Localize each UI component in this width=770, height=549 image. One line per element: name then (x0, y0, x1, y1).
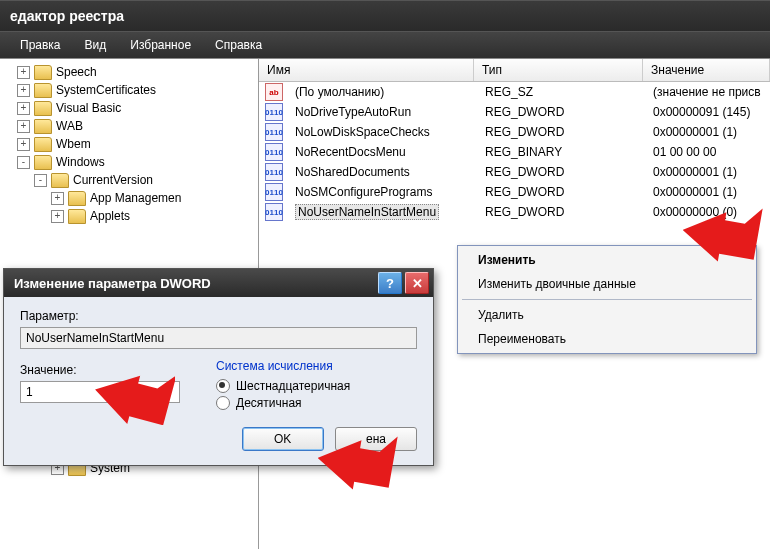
tree-item[interactable]: +Visual Basic (0, 99, 258, 117)
param-label: Параметр: (20, 309, 417, 323)
dialog-titlebar[interactable]: Изменение параметра DWORD ? ✕ (4, 269, 433, 297)
folder-icon (34, 119, 52, 134)
collapse-icon[interactable]: - (17, 156, 30, 169)
cell-name: NoDriveTypeAutoRun (295, 105, 411, 119)
annotation-arrow-icon (683, 202, 763, 262)
expand-icon[interactable]: + (51, 210, 64, 223)
window-titlebar: едактор реестра (0, 0, 770, 31)
menu-separator (462, 299, 752, 300)
radix-dec-label: Десятичная (236, 396, 302, 410)
tree-item-label: SystemCertificates (56, 83, 156, 97)
ok-button[interactable]: OK (242, 427, 324, 451)
tree-item[interactable]: -Windows (0, 153, 258, 171)
cell-name: NoUserNameInStartMenu (295, 204, 439, 220)
cell-value: 0x00000001 (1) (645, 184, 770, 200)
table-row[interactable]: ab(По умолчанию)REG_SZ(значение не присв (259, 82, 770, 102)
radio-hex-icon (216, 379, 230, 393)
menu-edit[interactable]: Правка (8, 32, 73, 58)
svg-marker-0 (683, 202, 763, 262)
cell-value: (значение не присв (645, 84, 770, 100)
cell-type: REG_DWORD (477, 184, 645, 200)
svg-marker-1 (95, 365, 175, 425)
dialog-help-button[interactable]: ? (378, 272, 402, 294)
radix-hex-label: Шестнадцатеричная (236, 379, 350, 393)
tree-item[interactable]: +WAB (0, 117, 258, 135)
folder-icon (34, 101, 52, 116)
menu-favorites[interactable]: Избранное (118, 32, 203, 58)
cell-type: REG_DWORD (477, 124, 645, 140)
tree-item-label: App Managemen (90, 191, 181, 205)
folder-icon (34, 155, 52, 170)
table-row[interactable]: 0110NoDriveTypeAutoRunREG_DWORD0x0000009… (259, 102, 770, 122)
expand-icon[interactable]: + (17, 138, 30, 151)
radix-dec-row[interactable]: Десятичная (216, 396, 416, 410)
window-title: едактор реестра (10, 8, 124, 24)
cell-name: (По умолчанию) (295, 85, 384, 99)
folder-icon (34, 137, 52, 152)
reg-binary-icon: 0110 (265, 103, 283, 121)
header-type[interactable]: Тип (474, 59, 643, 81)
tree-item-label: Visual Basic (56, 101, 121, 115)
reg-binary-icon: 0110 (265, 183, 283, 201)
menu-view[interactable]: Вид (73, 32, 119, 58)
expand-icon[interactable]: + (17, 84, 30, 97)
table-row[interactable]: 0110NoSharedDocumentsREG_DWORD0x00000001… (259, 162, 770, 182)
folder-icon (51, 173, 69, 188)
reg-sz-icon: ab (265, 83, 283, 101)
cell-value: 0x00000091 (145) (645, 104, 770, 120)
tree-item[interactable]: +App Managemen (0, 189, 258, 207)
tree-item-label: Wbem (56, 137, 91, 151)
menu-item-delete[interactable]: Удалить (460, 303, 754, 327)
folder-icon (34, 83, 52, 98)
tree-item-label: CurrentVersion (73, 173, 153, 187)
cell-type: REG_BINARY (477, 144, 645, 160)
cell-name: NoSMConfigurePrograms (295, 185, 432, 199)
table-row[interactable]: 0110NoLowDiskSpaceChecksREG_DWORD0x00000… (259, 122, 770, 142)
tree-item[interactable]: +Applets (0, 207, 258, 225)
tree-item[interactable]: +Speech (0, 63, 258, 81)
expand-icon[interactable]: + (17, 66, 30, 79)
tree-item[interactable]: -CurrentVersion (0, 171, 258, 189)
folder-icon (68, 191, 86, 206)
folder-icon (68, 209, 86, 224)
menu-item-rename[interactable]: Переименовать (460, 327, 754, 351)
tree-item[interactable]: +Wbem (0, 135, 258, 153)
collapse-icon[interactable]: - (34, 174, 47, 187)
header-name[interactable]: Имя (259, 59, 474, 81)
radix-title: Система исчисления (216, 359, 416, 373)
expand-icon[interactable]: + (51, 192, 64, 205)
tree-item-label: Applets (90, 209, 130, 223)
radix-hex-row[interactable]: Шестнадцатеричная (216, 379, 416, 393)
radix-group: Система исчисления Шестнадцатеричная Дес… (216, 359, 416, 413)
cell-type: REG_DWORD (477, 204, 645, 220)
cell-name: NoLowDiskSpaceChecks (295, 125, 430, 139)
table-row[interactable]: 0110NoRecentDocsMenuREG_BINARY01 00 00 0… (259, 142, 770, 162)
menu-item-modify-binary[interactable]: Изменить двоичные данные (460, 272, 754, 296)
reg-binary-icon: 0110 (265, 163, 283, 181)
dialog-close-button[interactable]: ✕ (405, 272, 429, 294)
param-field (20, 327, 417, 349)
menu-help[interactable]: Справка (203, 32, 274, 58)
cell-value: 0x00000001 (1) (645, 164, 770, 180)
reg-binary-icon: 0110 (265, 143, 283, 161)
dialog-title: Изменение параметра DWORD (14, 276, 375, 291)
cell-value: 0x00000001 (1) (645, 124, 770, 140)
header-value[interactable]: Значение (643, 59, 770, 81)
list-body: ab(По умолчанию)REG_SZ(значение не присв… (259, 82, 770, 222)
cell-value: 01 00 00 00 (645, 144, 770, 160)
cell-type: REG_DWORD (477, 104, 645, 120)
table-row[interactable]: 0110NoSMConfigureProgramsREG_DWORD0x0000… (259, 182, 770, 202)
reg-binary-icon: 0110 (265, 123, 283, 141)
annotation-arrow-icon (95, 365, 175, 425)
list-header: Имя Тип Значение (259, 59, 770, 82)
menubar: Правка Вид Избранное Справка (0, 31, 770, 58)
reg-binary-icon: 0110 (265, 203, 283, 221)
cell-type: REG_SZ (477, 84, 645, 100)
expand-icon[interactable]: + (17, 102, 30, 115)
tree-item-label: Speech (56, 65, 97, 79)
tree-item[interactable]: +SystemCertificates (0, 81, 258, 99)
tree-item-label: WAB (56, 119, 83, 133)
folder-icon (34, 65, 52, 80)
cell-name: NoSharedDocuments (295, 165, 410, 179)
expand-icon[interactable]: + (17, 120, 30, 133)
